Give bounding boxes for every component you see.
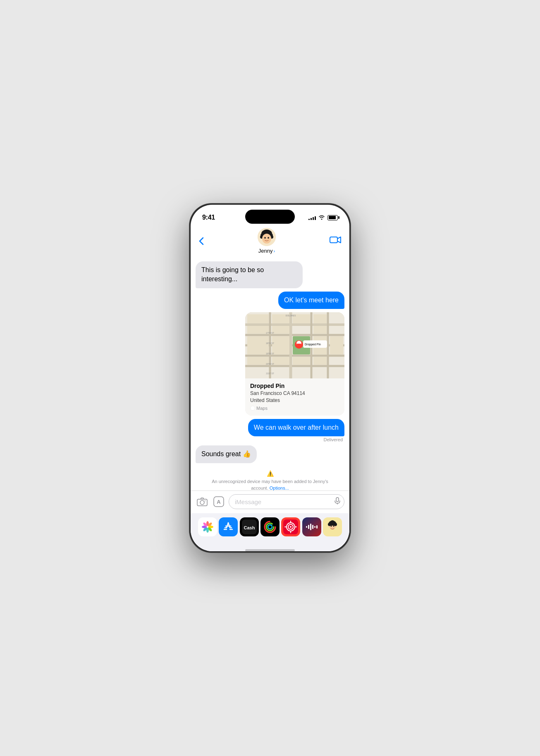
shazam-app-icon[interactable] (281, 517, 300, 536)
svg-point-90 (334, 523, 337, 526)
svg-rect-10 (330, 237, 337, 243)
svg-rect-84 (316, 525, 318, 529)
message-row: Sounds great 👍 (196, 445, 344, 463)
svg-text:Cash: Cash (244, 525, 255, 530)
message-row: This is going to be so interesting... (196, 261, 344, 288)
svg-rect-30 (272, 336, 289, 354)
sent-bubble[interactable]: OK let's meet here (278, 292, 344, 309)
appstore-app-icon[interactable] (219, 517, 238, 536)
map-message-row: 17TH ST 18TH ST 19TH ST 20TH ST 21ST ST … (196, 312, 344, 416)
battery-icon (327, 215, 338, 220)
video-call-button[interactable] (330, 236, 341, 246)
map-image: 17TH ST 18TH ST 19TH ST 20TH ST 21ST ST … (245, 312, 344, 378)
message-text: This is going to be so interesting... (201, 266, 264, 282)
contact-chevron: › (274, 249, 275, 254)
svg-text:18TH ST: 18TH ST (266, 342, 274, 345)
sent-bubble[interactable]: We can walk over after lunch (248, 419, 344, 436)
input-wrapper: iMessage (229, 494, 344, 509)
warning-icon: ⚠️ (204, 470, 336, 478)
photos-app-icon[interactable] (198, 517, 217, 536)
messages-area: This is going to be so interesting... OK… (191, 258, 349, 490)
svg-point-89 (328, 523, 331, 526)
svg-rect-81 (310, 524, 311, 530)
svg-point-7 (262, 234, 271, 244)
message-text: OK let's meet here (284, 297, 339, 304)
message-row: We can walk over after lunch Delivered (196, 419, 344, 442)
svg-point-50 (200, 500, 204, 505)
svg-rect-32 (330, 336, 343, 354)
status-icons (308, 215, 338, 221)
svg-rect-29 (247, 336, 269, 354)
map-info: Dropped Pin San Francisco CA 94114United… (245, 378, 344, 416)
warning-options-link[interactable]: Options... (270, 486, 289, 490)
phone-frame: 9:41 (189, 203, 351, 553)
dynamic-island (245, 210, 295, 224)
message-row: OK let's meet here (196, 292, 344, 309)
avatar (258, 228, 276, 246)
signal-icon (308, 215, 316, 220)
map-provider: Maps (250, 406, 339, 411)
back-button[interactable] (199, 237, 204, 245)
conversation-header: Jenny › (191, 226, 349, 258)
svg-text:19TH ST: 19TH ST (266, 352, 274, 355)
svg-rect-27 (272, 326, 289, 334)
activity-app-icon[interactable] (260, 517, 280, 536)
svg-point-92 (333, 525, 334, 527)
received-bubble[interactable]: Sounds great 👍 (196, 445, 257, 463)
delivered-status: Delivered (324, 437, 343, 442)
phone-screen: 9:41 (191, 205, 349, 551)
svg-point-9 (268, 237, 269, 239)
svg-point-74 (290, 526, 292, 528)
svg-text:DOLORES: DOLORES (286, 314, 296, 317)
received-bubble[interactable]: This is going to be so interesting... (196, 261, 303, 288)
map-address: San Francisco CA 94114United States (250, 390, 339, 404)
svg-point-51 (205, 500, 205, 501)
battery-fill (329, 216, 336, 219)
home-bar (245, 549, 295, 551)
apps-button[interactable]: A (212, 495, 225, 508)
svg-rect-34 (272, 357, 289, 365)
svg-point-91 (330, 525, 332, 527)
svg-rect-25 (313, 314, 327, 323)
memoji-app-icon[interactable] (323, 517, 342, 536)
wifi-icon (318, 215, 325, 221)
contact-name-label: Jenny › (258, 248, 275, 254)
security-warning: ⚠️ An unrecognized device may have been … (196, 467, 344, 490)
svg-rect-82 (312, 525, 313, 529)
svg-rect-35 (293, 357, 310, 365)
svg-point-8 (264, 237, 266, 239)
app-tray: Cash (191, 513, 349, 549)
svg-rect-80 (308, 525, 309, 529)
svg-text:20TH ST: 20TH ST (266, 363, 274, 365)
svg-rect-79 (306, 526, 307, 528)
message-text: We can walk over after lunch (254, 424, 339, 431)
svg-point-48 (251, 406, 255, 410)
svg-rect-54 (336, 498, 339, 502)
svg-text:21ST ST: 21ST ST (266, 372, 274, 375)
camera-button[interactable] (196, 495, 209, 508)
svg-text:17TH ST: 17TH ST (266, 332, 274, 334)
message-input-area: A iMessage (191, 490, 349, 513)
svg-text:Dropped Pin: Dropped Pin (305, 343, 321, 346)
microphone-button[interactable] (335, 497, 340, 506)
map-pin-title: Dropped Pin (250, 383, 339, 389)
svg-text:A: A (217, 499, 221, 505)
message-input[interactable]: iMessage (235, 498, 261, 505)
svg-rect-36 (313, 357, 327, 365)
home-indicator (191, 549, 349, 551)
status-time: 9:41 (202, 214, 215, 221)
soundcloud-app-icon[interactable] (302, 517, 321, 536)
contact-info[interactable]: Jenny › (258, 228, 276, 254)
apple-cash-app-icon[interactable]: Cash (240, 517, 259, 536)
svg-rect-28 (313, 326, 327, 334)
svg-rect-22 (247, 314, 269, 323)
svg-rect-83 (314, 526, 315, 528)
message-text: Sounds great 👍 (201, 450, 251, 457)
map-card[interactable]: 17TH ST 18TH ST 19TH ST 20TH ST 21ST ST … (245, 312, 344, 416)
